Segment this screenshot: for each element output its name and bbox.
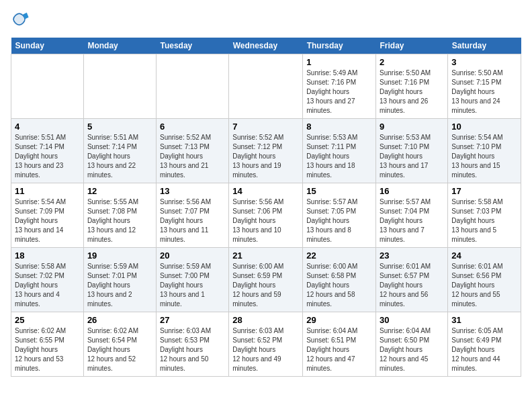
calendar-cell-0-5: 2 Sunrise: 5:50 AMSunset: 7:16 PMDayligh… xyxy=(376,54,448,119)
day-info: Sunrise: 6:02 AMSunset: 6:55 PMDaylight … xyxy=(15,327,66,372)
calendar-cell-0-1 xyxy=(83,54,156,119)
day-number: 29 xyxy=(306,315,372,325)
calendar-cell-1-6: 10 Sunrise: 5:54 AMSunset: 7:10 PMDaylig… xyxy=(448,119,521,183)
day-info: Sunrise: 6:01 AMSunset: 6:57 PMDaylight … xyxy=(380,263,431,308)
calendar-cell-2-6: 17 Sunrise: 5:58 AMSunset: 7:03 PMDaylig… xyxy=(448,183,521,248)
day-info: Sunrise: 5:58 AMSunset: 7:03 PMDaylight … xyxy=(451,198,502,243)
day-number: 23 xyxy=(380,250,444,261)
day-info: Sunrise: 5:54 AMSunset: 7:10 PMDaylight … xyxy=(451,134,502,179)
day-info: Sunrise: 6:03 AMSunset: 6:52 PMDaylight … xyxy=(232,327,283,372)
day-number: 4 xyxy=(15,122,80,132)
calendar-cell-3-4: 22 Sunrise: 6:00 AMSunset: 6:58 PMDaylig… xyxy=(303,248,376,312)
day-number: 2 xyxy=(380,57,444,67)
day-info: Sunrise: 6:01 AMSunset: 6:56 PMDaylight … xyxy=(451,263,502,308)
day-info: Sunrise: 6:03 AMSunset: 6:53 PMDaylight … xyxy=(160,327,211,372)
week-row-2: 4 Sunrise: 5:51 AMSunset: 7:14 PMDayligh… xyxy=(11,119,521,183)
day-number: 18 xyxy=(15,250,80,261)
header-monday: Monday xyxy=(83,38,156,54)
calendar-cell-4-1: 26 Sunrise: 6:02 AMSunset: 6:54 PMDaylig… xyxy=(83,312,156,377)
calendar-cell-3-5: 23 Sunrise: 6:01 AMSunset: 6:57 PMDaylig… xyxy=(376,248,448,312)
calendar-cell-0-3 xyxy=(229,54,303,119)
day-info: Sunrise: 5:56 AMSunset: 7:07 PMDaylight … xyxy=(160,198,211,243)
calendar-cell-1-2: 6 Sunrise: 5:52 AMSunset: 7:13 PMDayligh… xyxy=(156,119,228,183)
calendar-cell-3-3: 21 Sunrise: 6:00 AMSunset: 6:59 PMDaylig… xyxy=(229,248,303,312)
calendar-cell-4-0: 25 Sunrise: 6:02 AMSunset: 6:55 PMDaylig… xyxy=(11,312,84,377)
calendar-cell-1-4: 8 Sunrise: 5:53 AMSunset: 7:11 PMDayligh… xyxy=(303,119,376,183)
day-info: Sunrise: 5:57 AMSunset: 7:05 PMDaylight … xyxy=(306,198,357,243)
calendar-cell-0-2 xyxy=(156,54,228,119)
calendar-cell-4-3: 28 Sunrise: 6:03 AMSunset: 6:52 PMDaylig… xyxy=(229,312,303,377)
calendar-cell-0-6: 3 Sunrise: 5:50 AMSunset: 7:15 PMDayligh… xyxy=(448,54,521,119)
day-number: 9 xyxy=(380,122,444,132)
day-number: 11 xyxy=(15,186,80,196)
day-number: 10 xyxy=(451,122,517,132)
day-info: Sunrise: 6:00 AMSunset: 6:58 PMDaylight … xyxy=(306,263,357,308)
day-number: 25 xyxy=(15,315,80,325)
day-info: Sunrise: 5:50 AMSunset: 7:16 PMDaylight … xyxy=(380,69,431,114)
day-info: Sunrise: 6:02 AMSunset: 6:54 PMDaylight … xyxy=(87,327,138,372)
week-row-3: 11 Sunrise: 5:54 AMSunset: 7:09 PMDaylig… xyxy=(11,183,521,248)
calendar-cell-2-4: 15 Sunrise: 5:57 AMSunset: 7:05 PMDaylig… xyxy=(303,183,376,248)
day-info: Sunrise: 5:51 AMSunset: 7:14 PMDaylight … xyxy=(15,134,66,179)
calendar-cell-4-5: 30 Sunrise: 6:04 AMSunset: 6:50 PMDaylig… xyxy=(376,312,448,377)
day-number: 30 xyxy=(380,315,444,325)
day-info: Sunrise: 6:05 AMSunset: 6:49 PMDaylight … xyxy=(451,327,502,372)
day-number: 31 xyxy=(451,315,517,325)
week-row-4: 18 Sunrise: 5:58 AMSunset: 7:02 PMDaylig… xyxy=(11,248,521,312)
day-info: Sunrise: 6:00 AMSunset: 6:59 PMDaylight … xyxy=(232,263,283,308)
day-number: 12 xyxy=(87,186,152,196)
day-number: 28 xyxy=(232,315,299,325)
header-thursday: Thursday xyxy=(303,38,376,54)
day-number: 5 xyxy=(87,122,152,132)
calendar-cell-1-5: 9 Sunrise: 5:53 AMSunset: 7:10 PMDayligh… xyxy=(376,119,448,183)
day-info: Sunrise: 5:59 AMSunset: 7:00 PMDaylight … xyxy=(160,263,211,308)
day-number: 15 xyxy=(306,186,372,196)
logo-icon xyxy=(11,11,30,30)
header-wednesday: Wednesday xyxy=(229,38,303,54)
header xyxy=(11,11,521,30)
day-info: Sunrise: 5:59 AMSunset: 7:01 PMDaylight … xyxy=(87,263,138,308)
day-number: 7 xyxy=(232,122,299,132)
calendar-cell-0-4: 1 Sunrise: 5:49 AMSunset: 7:16 PMDayligh… xyxy=(303,54,376,119)
calendar-cell-0-0 xyxy=(11,54,84,119)
calendar-cell-1-3: 7 Sunrise: 5:52 AMSunset: 7:12 PMDayligh… xyxy=(229,119,303,183)
day-info: Sunrise: 5:49 AMSunset: 7:16 PMDaylight … xyxy=(306,69,357,114)
day-info: Sunrise: 5:51 AMSunset: 7:14 PMDaylight … xyxy=(87,134,138,179)
calendar-cell-1-0: 4 Sunrise: 5:51 AMSunset: 7:14 PMDayligh… xyxy=(11,119,84,183)
header-friday: Friday xyxy=(376,38,448,54)
day-number: 17 xyxy=(451,186,517,196)
calendar-cell-3-2: 20 Sunrise: 5:59 AMSunset: 7:00 PMDaylig… xyxy=(156,248,228,312)
calendar-cell-1-1: 5 Sunrise: 5:51 AMSunset: 7:14 PMDayligh… xyxy=(83,119,156,183)
header-tuesday: Tuesday xyxy=(156,38,228,54)
day-number: 22 xyxy=(306,250,372,261)
day-info: Sunrise: 5:52 AMSunset: 7:13 PMDaylight … xyxy=(160,134,211,179)
logo xyxy=(11,11,32,30)
day-info: Sunrise: 5:56 AMSunset: 7:06 PMDaylight … xyxy=(232,198,283,243)
calendar-table: SundayMondayTuesdayWednesdayThursdayFrid… xyxy=(11,38,521,377)
calendar-cell-4-6: 31 Sunrise: 6:05 AMSunset: 6:49 PMDaylig… xyxy=(448,312,521,377)
day-number: 8 xyxy=(306,122,372,132)
calendar-cell-4-4: 29 Sunrise: 6:04 AMSunset: 6:51 PMDaylig… xyxy=(303,312,376,377)
day-info: Sunrise: 5:50 AMSunset: 7:15 PMDaylight … xyxy=(451,69,502,114)
day-info: Sunrise: 5:58 AMSunset: 7:02 PMDaylight … xyxy=(15,263,66,308)
day-number: 3 xyxy=(451,57,517,67)
day-info: Sunrise: 5:57 AMSunset: 7:04 PMDaylight … xyxy=(380,198,431,243)
calendar-cell-3-0: 18 Sunrise: 5:58 AMSunset: 7:02 PMDaylig… xyxy=(11,248,84,312)
header-saturday: Saturday xyxy=(448,38,521,54)
day-number: 24 xyxy=(451,250,517,261)
calendar-cell-2-5: 16 Sunrise: 5:57 AMSunset: 7:04 PMDaylig… xyxy=(376,183,448,248)
day-number: 1 xyxy=(306,57,372,67)
header-row: SundayMondayTuesdayWednesdayThursdayFrid… xyxy=(11,38,521,54)
day-number: 21 xyxy=(232,250,299,261)
day-info: Sunrise: 5:52 AMSunset: 7:12 PMDaylight … xyxy=(232,134,283,179)
week-row-5: 25 Sunrise: 6:02 AMSunset: 6:55 PMDaylig… xyxy=(11,312,521,377)
day-number: 6 xyxy=(160,122,225,132)
calendar-cell-2-3: 14 Sunrise: 5:56 AMSunset: 7:06 PMDaylig… xyxy=(229,183,303,248)
calendar-cell-2-0: 11 Sunrise: 5:54 AMSunset: 7:09 PMDaylig… xyxy=(11,183,84,248)
calendar-cell-2-2: 13 Sunrise: 5:56 AMSunset: 7:07 PMDaylig… xyxy=(156,183,228,248)
day-number: 19 xyxy=(87,250,152,261)
day-info: Sunrise: 5:53 AMSunset: 7:10 PMDaylight … xyxy=(380,134,431,179)
day-number: 20 xyxy=(160,250,225,261)
day-info: Sunrise: 5:55 AMSunset: 7:08 PMDaylight … xyxy=(87,198,138,243)
day-number: 14 xyxy=(232,186,299,196)
